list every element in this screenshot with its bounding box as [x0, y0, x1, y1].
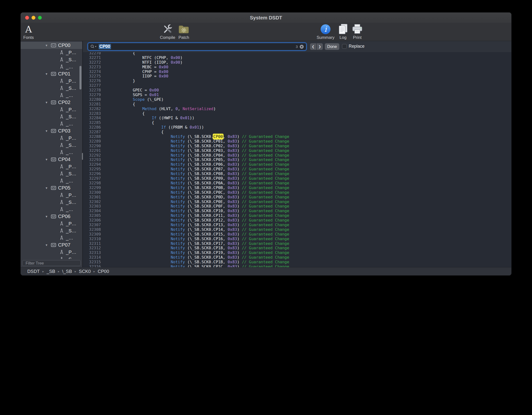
tree-node-cp00[interactable]: ▼CP00	[21, 42, 82, 49]
fonts-button[interactable]: A Fonts	[20, 23, 39, 40]
code-line: 32291 Notify (\_SB.SCK0.CP03, 0x83) // G…	[83, 148, 511, 153]
code-editor[interactable]: 32270 {32271 NTFC (CPHP, 0x00)32272 NTFI…	[83, 52, 511, 267]
breadcrumb-item[interactable]: SCK0	[79, 269, 91, 274]
tree-node-child[interactable]: _S…	[21, 85, 82, 92]
close-button[interactable]	[25, 16, 29, 20]
tree-node-child[interactable]: _P…	[21, 49, 82, 56]
breadcrumb: DSDT▸_SB▸\_SB▸SCK0▸CP00	[27, 269, 109, 274]
code-line: 32286 If ((PRBM & 0x01))	[83, 125, 511, 130]
tree-node-cp04[interactable]: ▼CP04	[21, 156, 82, 163]
line-number: 32304	[83, 209, 104, 213]
tree-node-cp01[interactable]: ▼CP01	[21, 70, 82, 77]
sidebar-scrollbar[interactable]	[79, 66, 81, 89]
tree-node-label: _S…	[66, 57, 76, 62]
method-compass-icon	[60, 257, 64, 259]
tree-node-cp07[interactable]: ▼CP07	[21, 241, 82, 249]
tree-node-child[interactable]: _P…	[21, 106, 82, 113]
filter-tree-input[interactable]	[26, 261, 80, 266]
tree-node-label: _…	[66, 121, 73, 127]
tree-node-child[interactable]: _P…	[21, 134, 82, 142]
window-controls	[25, 16, 42, 20]
tree-node-cp02[interactable]: ▼CP02	[21, 99, 82, 106]
previous-match-button[interactable]: ❮	[310, 43, 316, 50]
disclosure-triangle-icon[interactable]: ▼	[45, 72, 49, 76]
tree-node-child[interactable]: _S…	[21, 113, 82, 120]
next-match-button[interactable]: ❯	[317, 43, 323, 50]
disclosure-triangle-icon[interactable]: ▼	[45, 158, 49, 161]
minimize-button[interactable]	[31, 16, 35, 20]
disclosure-triangle-icon[interactable]: ▼	[45, 215, 49, 218]
tree-node-child[interactable]: _S…	[21, 56, 82, 63]
tree-node-label: CP00	[58, 43, 70, 48]
breadcrumb-item[interactable]: _SB	[47, 269, 55, 274]
code-line: 32296 Notify (\_SB.SCK0.CP08, 0x83) // G…	[83, 172, 511, 176]
search-menu-icon[interactable]	[90, 44, 97, 49]
code-line: 32313 Notify (\_SB.SCK0.CP19, 0x83) // G…	[83, 251, 511, 255]
tree-node-cp05[interactable]: ▼CP05	[21, 184, 82, 192]
disclosure-triangle-icon[interactable]: ▼	[45, 101, 49, 104]
breadcrumb-item[interactable]: CP00	[98, 269, 109, 274]
tree-node-child[interactable]: _P…	[21, 192, 82, 199]
tree-node-child[interactable]: _…	[21, 120, 82, 127]
print-icon	[346, 23, 368, 35]
tree-node-child[interactable]: _…	[21, 149, 82, 156]
method-compass-icon	[60, 236, 64, 240]
tree-node-child[interactable]: _…	[21, 92, 82, 99]
patch-button[interactable]: Patch	[173, 23, 195, 40]
tree-node-child[interactable]: _P…	[21, 249, 82, 256]
line-number: 32270	[83, 52, 104, 56]
done-button[interactable]: Done	[325, 43, 339, 50]
disclosure-triangle-icon[interactable]: ▼	[45, 129, 49, 133]
code-line: 32309 Notify (\_SB.SCK0.CP15, 0x83) // G…	[83, 232, 511, 237]
tree-node-child[interactable]: _S…	[21, 170, 82, 177]
code-line: 32278 GPEC = 0x00	[83, 88, 511, 93]
method-compass-icon	[60, 178, 64, 183]
code-line: 32280 Scope (\_GPE)	[83, 97, 511, 102]
tree-node-child[interactable]: _P…	[21, 163, 82, 170]
maciasl-window: System DSDT A Fonts	[20, 12, 512, 276]
tree-node-child[interactable]: _S…	[21, 227, 82, 234]
breadcrumb-item[interactable]: DSDT	[27, 269, 40, 274]
print-button[interactable]: Print	[346, 23, 368, 40]
method-compass-icon	[60, 207, 64, 212]
code-line: 32276 }	[83, 79, 511, 83]
tree-node-cp06[interactable]: ▼CP06	[21, 213, 82, 220]
print-label: Print	[346, 35, 368, 40]
replace-toggle[interactable]: Replace	[342, 44, 364, 49]
tree-node-child[interactable]: _…	[21, 206, 82, 213]
code-line: 32273 MEBC = 0x00	[83, 65, 511, 70]
code-line: 32272 NTFI (IIOP, 0x00)	[83, 60, 511, 65]
clear-search-icon[interactable]	[299, 44, 304, 49]
tree-node-child[interactable]: _S…	[21, 256, 82, 259]
scope-icon	[51, 186, 56, 190]
zoom-button[interactable]	[38, 16, 42, 20]
disclosure-triangle-icon[interactable]: ▼	[45, 44, 49, 47]
tree-node-child[interactable]: _P…	[21, 77, 82, 85]
code-line: 32284 If ((HWPI & 0x01))	[83, 116, 511, 120]
method-compass-icon	[60, 50, 64, 55]
tree-node-child[interactable]: _…	[21, 234, 82, 241]
breadcrumb-item[interactable]: \_SB	[62, 269, 72, 274]
titlebar[interactable]: System DSDT	[21, 13, 511, 23]
tree-node-child[interactable]: _…	[21, 63, 82, 70]
disclosure-triangle-icon[interactable]: ▼	[45, 243, 49, 247]
tree-node-child[interactable]: _P…	[21, 220, 82, 227]
method-compass-icon	[60, 164, 64, 169]
tree-node-child[interactable]: _S…	[21, 199, 82, 206]
line-number: 32282	[83, 107, 104, 111]
code-line: 32275 IIOP = 0x00	[83, 74, 511, 79]
method-compass-icon	[60, 107, 64, 112]
line-number: 32289	[83, 139, 104, 144]
tree-node-child[interactable]: _S…	[21, 142, 82, 149]
code-line: 32290 Notify (\_SB.SCK0.CP02, 0x83) // G…	[83, 144, 511, 148]
method-compass-icon	[60, 121, 64, 126]
disclosure-triangle-icon[interactable]: ▼	[45, 186, 49, 190]
replace-checkbox[interactable]	[342, 44, 347, 49]
line-number: 32288	[83, 134, 104, 139]
tree-node-cp03[interactable]: ▼CP03	[21, 127, 82, 134]
search-field[interactable]: CP00 3	[88, 43, 306, 50]
tree-node-label: _P…	[66, 221, 76, 226]
match-count: 3	[296, 44, 298, 49]
tree-node-child[interactable]: _…	[21, 177, 82, 184]
status-bar: DSDT▸_SB▸\_SB▸SCK0▸CP00	[21, 267, 511, 275]
